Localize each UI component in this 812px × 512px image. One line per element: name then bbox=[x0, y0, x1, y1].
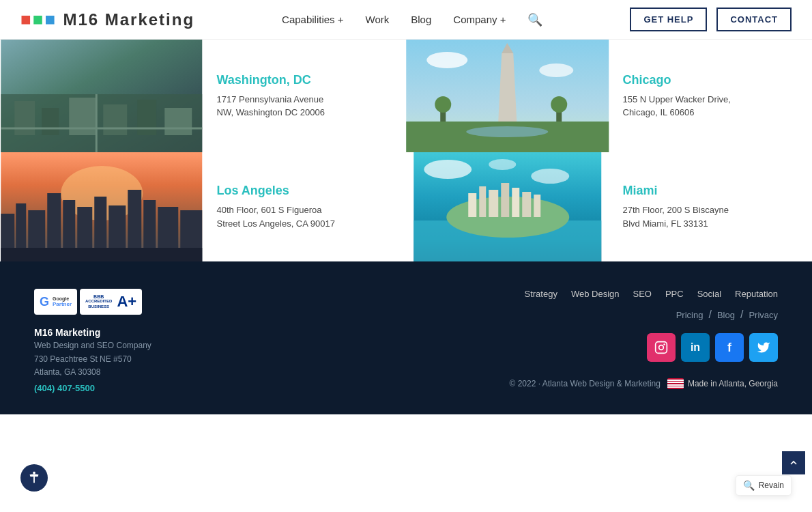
footer-nav-privacy[interactable]: Privacy bbox=[749, 310, 778, 320]
contact-button[interactable]: CONTACT bbox=[716, 8, 792, 31]
svg-point-16 bbox=[435, 96, 451, 113]
footer-address: 730 Peachtree St NE #570 Atlanta, GA 303… bbox=[34, 353, 151, 379]
accessibility-button[interactable] bbox=[20, 464, 48, 492]
footer-left: G Google Partner BBB ACCREDITED BUSINESS… bbox=[34, 289, 151, 394]
footer-secondary-nav: Pricing / Blog / Privacy bbox=[676, 309, 778, 321]
get-help-button[interactable]: GET HELP bbox=[630, 8, 707, 31]
nav-blog[interactable]: Blog bbox=[411, 14, 431, 25]
footer-copyright: © 2022 · Atlanta Web Design & Marketing bbox=[509, 379, 660, 388]
instagram-icon[interactable] bbox=[647, 333, 676, 362]
svg-point-51 bbox=[663, 343, 665, 345]
footer-right: Strategy Web Design SEO PPC Social Reput… bbox=[509, 289, 778, 389]
us-flag-icon bbox=[667, 378, 684, 389]
dc-address: 1717 Pennsylvania Avenue NW, Washington … bbox=[217, 93, 393, 119]
social-icons: in f bbox=[647, 333, 778, 362]
miami-image-card bbox=[406, 152, 609, 261]
footer-bottom: © 2022 · Atlanta Web Design & Marketing bbox=[509, 378, 778, 389]
footer-nav-ppc[interactable]: PPC bbox=[665, 289, 684, 299]
nav-company[interactable]: Company + bbox=[453, 14, 506, 25]
svg-point-20 bbox=[539, 63, 573, 77]
svg-rect-6 bbox=[137, 100, 156, 135]
google-label: Google bbox=[53, 296, 72, 301]
svg-point-52 bbox=[33, 472, 35, 474]
linkedin-icon[interactable]: in bbox=[681, 333, 710, 362]
bbb-plus-label: A+ bbox=[117, 293, 136, 311]
footer-nav-blog[interactable]: Blog bbox=[717, 310, 735, 320]
svg-rect-5 bbox=[103, 104, 127, 135]
twitter-icon[interactable] bbox=[749, 333, 778, 362]
google-g-icon: G bbox=[40, 295, 49, 309]
la-image-card bbox=[0, 152, 203, 261]
footer-nav-strategy[interactable]: Strategy bbox=[524, 289, 557, 299]
footer-nav-pricing[interactable]: Pricing bbox=[676, 310, 704, 320]
revain-search-icon: 🔍 bbox=[743, 480, 755, 491]
locations-grid: Washington, DC 1717 Pennsylvania Avenue … bbox=[0, 40, 812, 261]
svg-rect-42 bbox=[501, 183, 509, 217]
svg-point-46 bbox=[424, 160, 472, 179]
chicago-text-card: Chicago 155 N Upper Wacker Drive, Chicag… bbox=[609, 40, 813, 152]
footer-company-name: M16 Marketing bbox=[34, 327, 151, 338]
svg-point-19 bbox=[426, 52, 467, 68]
svg-point-18 bbox=[551, 96, 567, 113]
bbb-badge: BBB ACCREDITED BUSINESS A+ bbox=[80, 289, 142, 315]
svg-point-14 bbox=[466, 126, 548, 137]
svg-rect-7 bbox=[164, 108, 192, 135]
svg-rect-40 bbox=[479, 186, 486, 217]
chicago-city-name: Chicago bbox=[623, 73, 799, 87]
facebook-icon[interactable]: f bbox=[715, 333, 744, 362]
footer-nav-seo[interactable]: SEO bbox=[633, 289, 651, 299]
footer-made-in: Made in Atlanta, Georgia bbox=[667, 378, 778, 389]
miami-address: 27th Floor, 200 S Biscayne Blvd Miami, F… bbox=[623, 203, 799, 230]
la-city-name: Los Angeles bbox=[217, 184, 393, 198]
la-skyline-image bbox=[0, 152, 203, 261]
accessibility-icon bbox=[27, 470, 42, 485]
svg-rect-4 bbox=[69, 98, 96, 135]
miami-aerial-image bbox=[406, 152, 609, 261]
miami-text-card: Miami 27th Floor, 200 S Biscayne Blvd Mi… bbox=[609, 152, 813, 261]
monument-image-card bbox=[406, 40, 609, 152]
footer-nav-reputation[interactable]: Reputation bbox=[735, 289, 778, 299]
footer-top: G Google Partner BBB ACCREDITED BUSINESS… bbox=[34, 289, 778, 394]
footer-badges: G Google Partner BBB ACCREDITED BUSINESS… bbox=[34, 289, 151, 315]
google-partner-badge: G Google Partner bbox=[34, 289, 77, 315]
revain-widget[interactable]: 🔍 Revain bbox=[736, 475, 792, 496]
sep1: / bbox=[708, 309, 711, 321]
revain-label: Revain bbox=[759, 481, 784, 490]
scroll-top-button[interactable] bbox=[782, 451, 805, 474]
footer-nav-social[interactable]: Social bbox=[697, 289, 721, 299]
footer-nav: Strategy Web Design SEO PPC Social Reput… bbox=[524, 289, 778, 299]
footer-company-sub: Web Design and SEO Company bbox=[34, 341, 151, 350]
main-nav: Capabilities + Work Blog Company + 🔍 bbox=[282, 12, 542, 27]
chicago-address: 155 N Upper Wacker Drive, Chicago, IL 60… bbox=[623, 93, 799, 119]
logo[interactable]: ■■■ M16 Marketing bbox=[20, 9, 194, 30]
made-in-text: Made in Atlanta, Georgia bbox=[688, 379, 778, 388]
svg-rect-44 bbox=[522, 192, 531, 217]
svg-point-48 bbox=[489, 159, 516, 170]
main-content: Washington, DC 1717 Pennsylvania Avenue … bbox=[0, 40, 812, 261]
svg-point-47 bbox=[531, 169, 569, 184]
dc-city-name: Washington, DC bbox=[217, 73, 393, 87]
logo-dot-green: ■ bbox=[33, 9, 45, 29]
footer-phone[interactable]: (404) 407-5500 bbox=[34, 383, 95, 393]
bbb-accredited-label: BBB bbox=[93, 294, 104, 299]
partner-label: Partner bbox=[53, 301, 72, 307]
chevron-up-icon bbox=[788, 457, 799, 468]
svg-rect-43 bbox=[512, 188, 519, 217]
nav-capabilities[interactable]: Capabilities + bbox=[282, 14, 343, 25]
logo-text-m16: M16 Marketing bbox=[63, 10, 194, 29]
search-button[interactable]: 🔍 bbox=[527, 12, 542, 27]
sep2: / bbox=[740, 309, 743, 321]
svg-rect-2 bbox=[14, 101, 35, 135]
svg-rect-45 bbox=[534, 195, 540, 217]
monument-image bbox=[406, 40, 609, 152]
miami-city-name: Miami bbox=[623, 184, 799, 198]
site-header: ■■■ M16 Marketing Capabilities + Work Bl… bbox=[0, 0, 812, 40]
dc-text-card: Washington, DC 1717 Pennsylvania Avenue … bbox=[203, 40, 407, 152]
logo-dot-blue: ■ bbox=[44, 9, 57, 29]
nav-work[interactable]: Work bbox=[366, 14, 390, 25]
svg-rect-41 bbox=[489, 190, 498, 217]
svg-rect-39 bbox=[468, 193, 476, 217]
dc-image-card bbox=[0, 40, 203, 152]
footer-nav-webdesign[interactable]: Web Design bbox=[571, 289, 620, 299]
dc-aerial-image bbox=[0, 40, 203, 152]
